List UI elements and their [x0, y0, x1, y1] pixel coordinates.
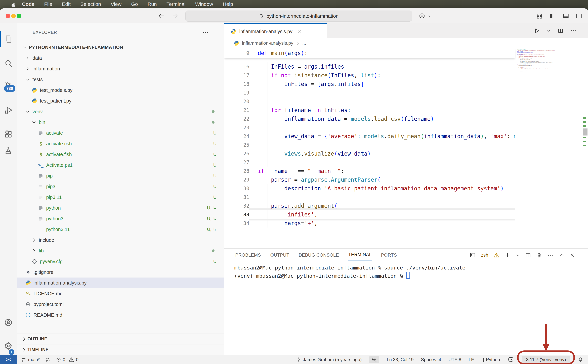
explorer-icon[interactable] — [4, 34, 13, 44]
minimap[interactable]: #!/usr/bin/env python3 """Software for m… — [515, 48, 583, 248]
tree-item-pyvenv.cfg[interactable]: pyvenv.cfgU — [17, 256, 224, 267]
tree-item-licence.md[interactable]: LICENCE.md — [17, 288, 224, 299]
code-line-18[interactable]: 18 InFiles = [args.infiles] — [224, 80, 518, 88]
branch-status-item[interactable]: main* — [21, 357, 40, 362]
toggle-secondary-sidebar-button[interactable] — [574, 11, 584, 21]
tree-item-activate.ps1[interactable]: >_Activate.ps1U — [17, 160, 224, 170]
breadcrumb-symbol[interactable]: ... — [302, 40, 306, 46]
code-line-24[interactable]: 24 view_data = {'average': models.daily_… — [224, 132, 518, 141]
interpreter-label[interactable]: 3.11.7 ('venv': venv) — [522, 356, 570, 363]
timeline-section-header[interactable]: TIMELINE — [17, 344, 224, 355]
new-terminal-button[interactable] — [504, 252, 511, 258]
tree-item-test-models.py[interactable]: test_models.py — [17, 85, 224, 96]
menu-code[interactable]: Code — [17, 1, 39, 7]
tree-item-inflammation-analysis.py[interactable]: inflammation-analysis.py — [17, 278, 224, 288]
terminal-warning-icon[interactable] — [493, 252, 499, 258]
terminal-launch-icon[interactable] — [470, 252, 476, 258]
encoding-item[interactable]: UTF-8 — [448, 357, 461, 362]
account-icon[interactable] — [4, 318, 13, 327]
line-number[interactable]: 16 — [224, 64, 253, 70]
tree-item-activate.csh[interactable]: $activate.cshU — [17, 138, 224, 149]
tree-item-pip3.11[interactable]: pip3.11U — [17, 192, 224, 202]
code-line-32[interactable]: 32 parser.add_argument( — [224, 202, 518, 210]
tab-inflammation-analysis[interactable]: inflammation-analysis.py — [224, 23, 327, 39]
tree-item-python3.11[interactable]: python3.11U, ↳ — [17, 224, 224, 235]
line-number[interactable]: 24 — [224, 133, 253, 139]
code-line-34[interactable]: 34 nargs='+', — [224, 219, 518, 228]
tree-item-activate.fish[interactable]: $activate.fishU — [17, 149, 224, 160]
back-button[interactable] — [157, 11, 166, 20]
run-dropdown-chevron-icon[interactable] — [547, 29, 551, 33]
kill-terminal-button[interactable] — [536, 252, 542, 258]
panel-tab-ports[interactable]: PORTS — [381, 250, 397, 260]
code-line-17[interactable]: 17 if not isinstance(InFiles, list): — [224, 71, 518, 80]
code-line-28[interactable]: 28if __name__ == "__main__": — [224, 167, 518, 175]
line-number[interactable]: 20 — [224, 98, 253, 104]
code-line-31[interactable]: 31 — [224, 193, 518, 202]
tree-item-pyproject.toml[interactable]: pyproject.toml — [17, 299, 224, 310]
sync-changes-button[interactable] — [45, 357, 50, 362]
code-line-21[interactable]: 21 for filename in InFiles: — [224, 106, 518, 114]
outline-section-header[interactable]: OUTLINE — [17, 334, 224, 344]
code-line-33[interactable]: 33 'infiles', — [224, 210, 518, 219]
line-number[interactable]: 18 — [224, 81, 253, 87]
line-number[interactable]: 32 — [224, 203, 253, 209]
copilot-chevron-down-icon[interactable] — [427, 11, 433, 21]
zoom-window-button[interactable] — [17, 14, 21, 18]
code-line-23[interactable]: 23 — [224, 123, 518, 132]
code-line-27[interactable]: 27 — [224, 158, 518, 167]
panel-tab-terminal[interactable]: TERMINAL — [348, 250, 372, 260]
line-number[interactable]: 28 — [224, 168, 253, 174]
cursor-position-item[interactable]: Ln 33, Col 19 — [387, 357, 414, 362]
tree-item-activate[interactable]: activateU — [17, 128, 224, 138]
indentation-item[interactable]: Spaces: 4 — [421, 357, 441, 362]
menu-terminal[interactable]: Terminal — [162, 1, 190, 7]
code-line-19[interactable]: 19 — [224, 88, 518, 97]
tree-item-inflammation[interactable]: inflammation — [17, 63, 224, 74]
close-tab-icon[interactable] — [297, 29, 302, 34]
code-line-16[interactable]: 16 InFiles = args.infiles — [224, 62, 518, 71]
copilot-icon[interactable] — [417, 11, 427, 21]
line-number[interactable]: 25 — [224, 142, 253, 148]
menu-edit[interactable]: Edit — [57, 1, 75, 7]
line-number[interactable]: 17 — [224, 72, 253, 78]
run-python-file-button[interactable] — [533, 28, 540, 34]
code-line-26[interactable]: 26 views.visualize(view_data) — [224, 149, 518, 158]
tree-item-include[interactable]: include — [17, 235, 224, 245]
tree-item-.gitignore[interactable]: .gitignore — [17, 267, 224, 278]
code-editor[interactable]: 16 InFiles = args.infiles17 if not isins… — [224, 48, 588, 248]
terminal-dropdown-chevron-icon[interactable] — [516, 253, 520, 257]
tree-item-tests[interactable]: tests — [17, 74, 224, 85]
remote-indicator[interactable]: >< — [0, 355, 17, 364]
testing-icon[interactable] — [4, 146, 13, 155]
customize-layout-button[interactable] — [535, 11, 544, 21]
editor-more-actions-icon[interactable] — [570, 27, 577, 34]
tree-item-pip[interactable]: pipU — [17, 170, 224, 181]
line-number[interactable]: 30 — [224, 186, 253, 191]
panel-tab-output[interactable]: OUTPUT — [270, 250, 289, 260]
tree-item-readme.md[interactable]: README.md — [17, 310, 224, 320]
line-number[interactable]: 31 — [224, 194, 253, 200]
panel-tab-problems[interactable]: PROBLEMS — [235, 250, 261, 260]
apple-logo-icon[interactable] — [10, 1, 15, 7]
sticky-scroll-line[interactable]: 9def main(args): — [224, 48, 515, 58]
code-line-29[interactable]: 29 parser = argparse.ArgumentParser( — [224, 175, 518, 184]
line-number[interactable]: 34 — [224, 220, 253, 226]
menu-window[interactable]: Window — [190, 1, 218, 7]
python-interpreter-item[interactable]: 3.11.7 ('venv': venv) — [522, 356, 570, 363]
breadcrumb-file[interactable]: inflammation-analysis.py — [242, 40, 293, 46]
tree-item-pip3[interactable]: pip3U — [17, 181, 224, 192]
extensions-icon[interactable] — [4, 130, 13, 139]
menu-view[interactable]: View — [106, 1, 126, 7]
tree-item-python3[interactable]: python3U, ↳ — [17, 213, 224, 224]
scrollbar-thumb[interactable] — [583, 129, 588, 136]
panel-tab-debug-console[interactable]: DEBUG CONSOLE — [299, 250, 339, 260]
run-debug-icon[interactable] — [4, 105, 13, 115]
code-line-30[interactable]: 30 description='A basic patient inflamma… — [224, 184, 518, 193]
close-window-button[interactable] — [6, 14, 10, 18]
line-number[interactable]: 22 — [224, 116, 253, 122]
line-number[interactable]: 21 — [224, 107, 253, 113]
split-terminal-button[interactable] — [525, 252, 531, 258]
menu-run[interactable]: Run — [143, 1, 162, 7]
line-number[interactable]: 29 — [224, 177, 253, 183]
